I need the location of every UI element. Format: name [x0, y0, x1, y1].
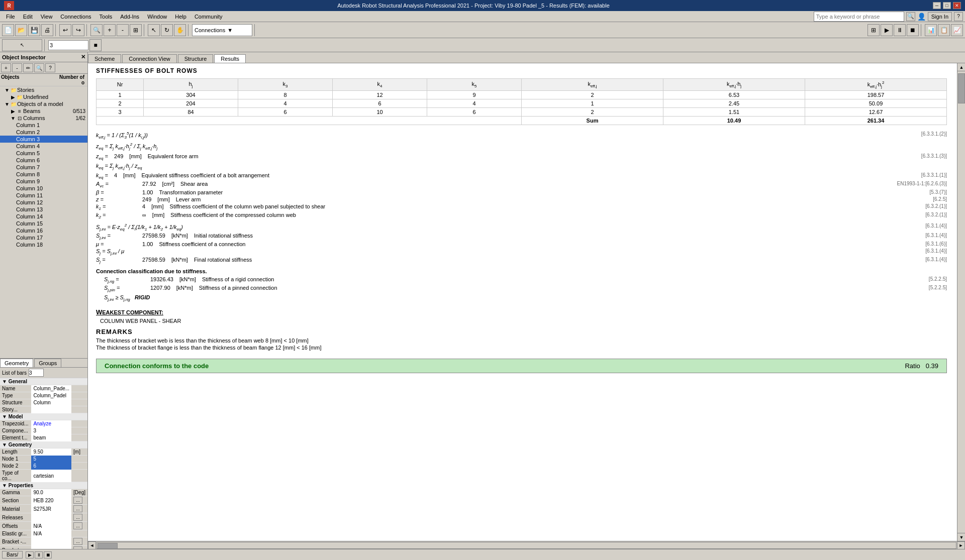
scroll-left-btn[interactable]: ◄	[88, 541, 96, 549]
tree-item-col4[interactable]: Column 4	[0, 143, 87, 150]
menu-help[interactable]: Help	[171, 13, 190, 21]
minimize-button[interactable]: ─	[933, 2, 941, 9]
maximize-button[interactable]: □	[943, 2, 951, 9]
toolbar-r7[interactable]: 📈	[951, 24, 963, 36]
toolbar-r6[interactable]: 📋	[938, 24, 950, 36]
tree-item-col11[interactable]: Column 11	[0, 192, 87, 199]
tree-item-col9[interactable]: Column 9	[0, 178, 87, 185]
tree-item-col16[interactable]: Column 16	[0, 227, 87, 234]
menu-view[interactable]: View	[37, 13, 57, 21]
scroll-up-btn[interactable]: ▲	[957, 63, 965, 71]
results-content[interactable]: STIFFNESSES OF BOLT ROWS Nr hj k3 k4 k5 …	[88, 63, 957, 541]
geometry-tab[interactable]: Geometry	[0, 359, 33, 367]
material-btn[interactable]: ...	[73, 505, 82, 512]
print-button[interactable]: 🖨	[41, 24, 53, 36]
search-icon[interactable]: 🔍	[906, 12, 915, 21]
toolbar-r3[interactable]: ⏸	[894, 24, 906, 36]
tree-item-stories[interactable]: ▼ 📁 Stories	[0, 86, 87, 93]
tree-item-col7[interactable]: Column 7	[0, 164, 87, 171]
tree-item-beams[interactable]: ▶ ≡ Beams 0/513	[0, 107, 87, 115]
square-btn[interactable]: ■	[89, 39, 102, 51]
results-scrollbar[interactable]: ▲ ▼	[957, 63, 965, 541]
horiz-scroll-thumb[interactable]	[98, 543, 118, 549]
td-k5-3: 6	[427, 107, 522, 116]
help-icon[interactable]: ?	[954, 12, 963, 21]
new-button[interactable]: 📄	[2, 24, 14, 36]
prop-story-row: Story...	[0, 406, 87, 413]
section-btn[interactable]: ...	[73, 497, 82, 504]
menu-connections[interactable]: Connections	[56, 13, 95, 21]
bracket2-btn[interactable]: ...	[73, 546, 82, 549]
tree-item-col8[interactable]: Column 8	[0, 171, 87, 178]
rotate-btn[interactable]: ↻	[161, 24, 173, 36]
close-button[interactable]: ✕	[953, 2, 961, 9]
tab-structure[interactable]: Structure	[178, 54, 214, 63]
bottom-icon1[interactable]: ▶	[26, 551, 34, 558]
undo-button[interactable]: ↩	[59, 24, 71, 36]
bracket1-btn[interactable]: ...	[73, 538, 82, 545]
scroll-down-btn[interactable]: ▼	[957, 533, 965, 541]
signin-button[interactable]: Sign In	[928, 12, 952, 21]
oi-btn2[interactable]: -	[12, 63, 22, 72]
scroll-right-btn[interactable]: ►	[957, 541, 965, 549]
tab-results[interactable]: Results	[214, 54, 246, 63]
scroll-thumb[interactable]	[958, 73, 965, 103]
tree-item-col6[interactable]: Column 6	[0, 157, 87, 164]
horiz-scrollbar[interactable]: ◄ ►	[88, 541, 965, 549]
tree-item-columns[interactable]: ▼ ⊡ Columns 1/62	[0, 115, 87, 122]
tree-item-col13[interactable]: Column 13	[0, 206, 87, 213]
tree-item-col15[interactable]: Column 15	[0, 220, 87, 227]
prop-trapezoid-value[interactable]: Analyze	[31, 420, 71, 427]
tree-item-col17[interactable]: Column 17	[0, 234, 87, 241]
oi-btn1[interactable]: +	[1, 63, 11, 72]
tree-item-col2[interactable]: Column 2	[0, 129, 87, 136]
pointer-btn[interactable]: ↖	[2, 39, 42, 51]
horiz-scroll-track[interactable]	[96, 542, 956, 549]
toolbar-r2[interactable]: ▶	[881, 24, 893, 36]
tree-item-col1[interactable]: Column 1	[0, 122, 87, 129]
oi-btn5[interactable]: ?	[45, 63, 55, 72]
tree-item-objects[interactable]: ▼ 📁 Objects of a model	[0, 100, 87, 107]
menu-edit[interactable]: Edit	[19, 13, 37, 21]
selection-input[interactable]	[48, 40, 88, 50]
menu-file[interactable]: File	[2, 13, 19, 21]
tree-item-col10[interactable]: Column 10	[0, 185, 87, 192]
zoom-all-btn[interactable]: ⊞	[130, 24, 142, 36]
redo-button[interactable]: ↪	[72, 24, 84, 36]
tree-item-col3[interactable]: Column 3	[0, 136, 87, 143]
toolbar-r5[interactable]: 📊	[925, 24, 937, 36]
zoom-in-btn[interactable]: +	[104, 24, 116, 36]
bars-tab[interactable]: Bars/	[2, 551, 23, 558]
tree-item-col12[interactable]: Column 12	[0, 199, 87, 206]
toolbar-r1[interactable]: ⊞	[867, 24, 880, 36]
list-of-bars-input[interactable]	[29, 369, 44, 377]
open-button[interactable]: 📂	[15, 24, 27, 36]
close-inspector-btn[interactable]: ✕	[81, 54, 85, 60]
zoom-btn[interactable]: 🔍	[90, 24, 103, 36]
menu-tools[interactable]: Tools	[95, 13, 117, 21]
menu-addins[interactable]: Add-Ins	[116, 13, 143, 21]
menu-window[interactable]: Window	[143, 13, 171, 21]
groups-tab[interactable]: Groups	[34, 359, 61, 367]
tree-item-col5[interactable]: Column 5	[0, 150, 87, 157]
tab-connection-view[interactable]: Connection View	[122, 54, 176, 63]
releases-btn[interactable]: ...	[73, 514, 82, 521]
tree-item-col18[interactable]: Column 18	[0, 241, 87, 248]
connections-dropdown[interactable]: Connections ▼	[192, 24, 252, 36]
bottom-icon3[interactable]: ⏹	[44, 551, 52, 558]
tree-area[interactable]: ▼ 📁 Stories ▶ 📁 Undefined ▼ 📁 Objects of…	[0, 86, 87, 358]
tree-item-undefined[interactable]: ▶ 📁 Undefined	[0, 93, 87, 100]
zoom-out-btn[interactable]: -	[117, 24, 129, 36]
menu-community[interactable]: Community	[190, 13, 227, 21]
tree-item-col14[interactable]: Column 14	[0, 213, 87, 220]
offsets-btn[interactable]: ...	[73, 522, 82, 529]
save-button[interactable]: 💾	[28, 24, 40, 36]
pan-btn[interactable]: ✋	[174, 24, 186, 36]
select-btn[interactable]: ↖	[148, 24, 160, 36]
oi-btn3[interactable]: ✏	[23, 63, 33, 72]
bottom-icon2[interactable]: ⏸	[35, 551, 43, 558]
tab-scheme[interactable]: Scheme	[88, 54, 121, 63]
oi-btn4[interactable]: 🔍	[34, 63, 44, 72]
toolbar-r4[interactable]: ⏹	[907, 24, 919, 36]
search-input[interactable]	[814, 12, 904, 22]
